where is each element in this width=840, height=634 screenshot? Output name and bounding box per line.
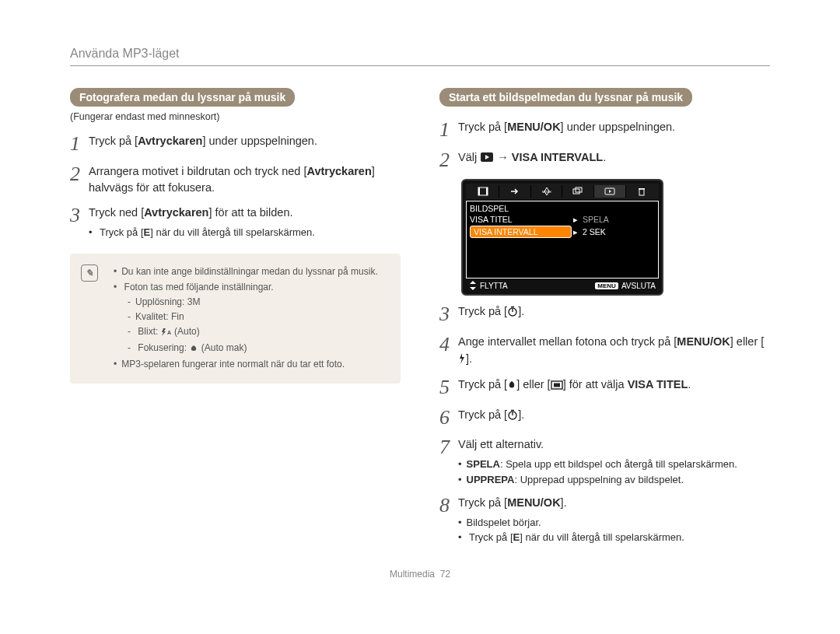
shutter-key: Avtryckaren <box>144 206 208 219</box>
menu-ok-key: MENU/OK <box>507 496 560 509</box>
svg-rect-8 <box>573 189 579 194</box>
right-step-8: 8 Tryck på [MENU/OK]. Bildspelet börjar.… <box>439 495 770 545</box>
macro-auto-icon <box>189 342 198 357</box>
step-text: ]. <box>466 352 472 365</box>
step-text: Tryck på [ <box>458 378 507 391</box>
shutter-key: Avtryckaren <box>138 135 202 147</box>
menu-ok-key: MENU/OK <box>507 121 560 133</box>
page-title: Använda MP3-läget <box>70 47 770 66</box>
menu-key-icon: MENU <box>595 282 618 289</box>
info-text: Blixt: <box>138 326 160 337</box>
step-number: 4 <box>439 334 458 356</box>
step-text: Tryck på [ <box>458 305 507 317</box>
memory-card-note: (Fungerar endast med minneskort) <box>70 111 401 122</box>
step-sub-bullet: Tryck på [E] när du vill återgå till spe… <box>89 225 401 240</box>
macro-icon <box>507 378 516 395</box>
step-number: 2 <box>70 163 89 186</box>
step-text: . <box>603 151 606 163</box>
step-text: ]. <box>518 408 524 421</box>
info-dash: Blixt: A (Auto) <box>128 324 388 341</box>
left-column: Fotografera medan du lyssnar på musik (F… <box>70 88 401 545</box>
lcd-tab-film-icon <box>467 185 499 198</box>
right-step-5: 5 Tryck på [] eller [] för att välja VIS… <box>439 377 770 399</box>
info-box: ✎ Du kan inte ange bildinställningar med… <box>70 254 401 383</box>
step-text: Arrangera motivet i bildrutan och tryck … <box>89 165 306 177</box>
step-text: Tryck ned [ <box>89 206 144 219</box>
lcd-tab-mode-icon: MODE <box>531 185 563 198</box>
lcd-row-label: BILDSPEL <box>470 204 572 213</box>
lcd-tab-bar: MODE <box>466 184 659 199</box>
step-sub-bullet: Bildspelet börjar. <box>458 515 770 531</box>
right-step-1: 1 Tryck på [MENU/OK] under uppspelningen… <box>439 119 770 142</box>
sub-text: ] när du vill återgå till spelarskärmen. <box>150 226 315 238</box>
info-dash: Kvalitet: Fin <box>128 310 388 324</box>
step-number: 3 <box>70 205 89 227</box>
lcd-row-value: SPELA <box>579 215 655 224</box>
svg-rect-5 <box>486 187 488 195</box>
svg-text:A: A <box>167 330 171 335</box>
step-text: Tryck på [ <box>458 121 507 133</box>
svg-marker-11 <box>609 190 611 193</box>
step-number: 1 <box>439 119 458 142</box>
step-number: 2 <box>439 149 458 172</box>
step-text: ] för att ta bilden. <box>208 206 292 219</box>
page-footer: Multimedia 72 <box>70 569 770 580</box>
step-sub-bullet: SPELA: Spela upp ett bildspel och återgå… <box>458 457 770 472</box>
step-text: Välj <box>458 151 480 163</box>
step-text: ]. <box>518 305 524 317</box>
svg-marker-14 <box>470 281 476 284</box>
option-spela: SPELA <box>467 458 500 470</box>
step-number: 8 <box>439 495 458 517</box>
chevron-right-icon: ▸ <box>572 215 579 224</box>
info-bullet: MP3-spelaren fungerar inte normalt när d… <box>114 357 388 372</box>
lcd-exit-label: AVSLUTA <box>621 282 656 290</box>
step-sub-bullet: UPPREPA: Upprepad uppspelning av bildspe… <box>458 472 770 488</box>
note-icon: ✎ <box>81 264 98 282</box>
sub-text: Tryck på [ <box>100 226 144 238</box>
step-number: 6 <box>439 407 458 429</box>
lcd-bottom-bar: FLYTTA MENU AVSLUTA <box>466 278 659 291</box>
left-step-2: 2 Arrangera motivet i bildrutan och tryc… <box>70 163 401 198</box>
svg-rect-12 <box>639 189 644 195</box>
lcd-tab-slideshow-icon <box>594 185 626 198</box>
step-text: Tryck på [ <box>458 408 507 421</box>
step-text: . <box>688 378 691 391</box>
step-text: ] under uppspelningen. <box>202 135 317 147</box>
step-text: ] under uppspelningen. <box>561 121 676 133</box>
step-text: Välj ett alternativ. <box>458 438 544 450</box>
right-step-6: 6 Tryck på []. <box>439 407 770 429</box>
info-text: Foton tas med följande inställningar. <box>124 282 274 292</box>
lcd-move-label: FLYTTA <box>480 282 508 290</box>
info-bullet: Foton tas med följande inställningar. Up… <box>114 280 388 358</box>
timer-icon <box>507 408 518 426</box>
svg-rect-13 <box>639 188 645 190</box>
footer-page-number: 72 <box>440 569 450 580</box>
section-pill-left: Fotografera medan du lyssnar på musik <box>70 88 295 107</box>
lcd-row-label: VISA INTERVALL <box>470 226 572 238</box>
visa-titel-label: VISA TITEL <box>628 378 688 391</box>
step-text: ] eller [ <box>730 335 765 348</box>
shutter-key: Avtryckaren <box>306 165 371 177</box>
sub-text: : Upprepad uppspelning av bildspelet. <box>514 474 684 485</box>
right-step-2: 2 Välj → VISA INTERVALL. <box>439 149 770 172</box>
visa-intervall-label: VISA INTERVALL <box>512 151 603 163</box>
flash-auto-icon: A <box>161 326 172 341</box>
step-number: 3 <box>439 303 458 326</box>
lcd-tab-trash-icon <box>626 185 657 198</box>
lcd-row-value: 2 SEK <box>579 227 655 236</box>
step-text: Tryck på [ <box>89 135 138 147</box>
step-number: 5 <box>439 377 458 399</box>
right-step-3: 3 Tryck på []. <box>439 303 770 326</box>
display-icon <box>551 378 563 395</box>
footer-section: Multimedia <box>390 569 435 580</box>
left-step-1: 1 Tryck på [Avtryckaren] under uppspelni… <box>70 133 401 156</box>
right-step-4: 4 Ange intervallet mellan fotona och try… <box>439 334 770 370</box>
e-key: E <box>513 531 520 543</box>
info-text: (Auto) <box>172 326 200 337</box>
lcd-row-label: VISA TITEL <box>470 215 572 224</box>
option-upprepa: UPPREPA <box>467 474 515 485</box>
step-number: 7 <box>439 436 458 459</box>
step-text: ] eller [ <box>516 378 551 391</box>
right-step-7: 7 Välj ett alternativ. SPELA: Spela upp … <box>439 436 770 487</box>
lcd-tab-arrow-icon <box>499 185 531 198</box>
